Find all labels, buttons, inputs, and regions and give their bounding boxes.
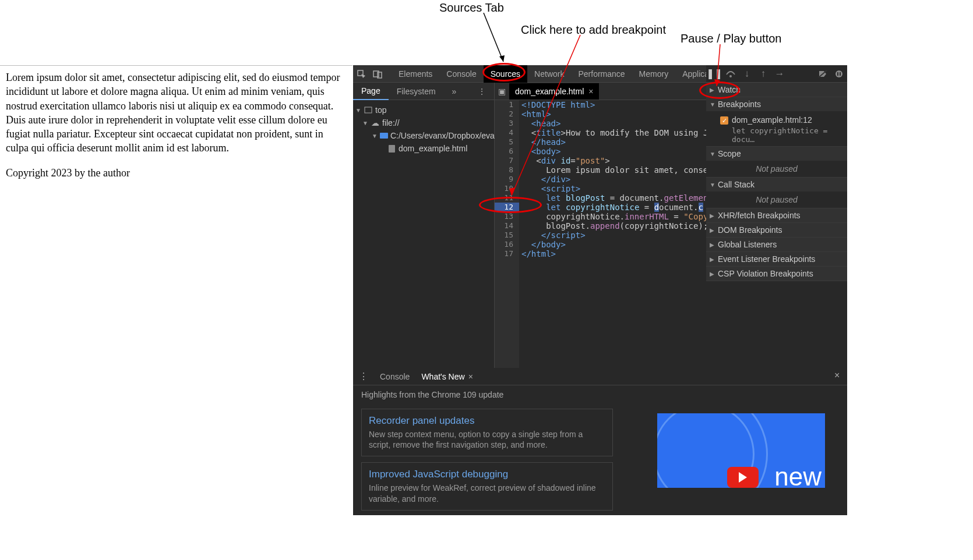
breakpoint-item[interactable]: ✓ dom_example.html:12	[720, 114, 841, 126]
xhr-section[interactable]: ▶XHR/fetch Breakpoints	[706, 208, 847, 223]
annotation-pause-play: Pause / Play button	[681, 32, 781, 45]
breakpoint-checkbox[interactable]: ✓	[720, 116, 728, 125]
step-icon[interactable]: →	[774, 68, 785, 80]
svg-marker-1	[499, 55, 505, 62]
tab-console[interactable]: Console	[439, 65, 483, 83]
csp-bp-label: CSP Violation Breakpoints	[718, 269, 813, 278]
gutter-line-13[interactable]: 13	[495, 212, 513, 221]
step-out-icon[interactable]: ↑	[757, 68, 769, 80]
nav-tabs-overflow[interactable]: »	[444, 83, 465, 100]
callstack-section[interactable]: ▼Call Stack Not paused	[706, 178, 847, 208]
drawer-tab-console[interactable]: Console	[380, 372, 410, 381]
device-toolbar-icon[interactable]	[369, 66, 386, 82]
scope-section[interactable]: ▼Scope Not paused	[706, 147, 847, 178]
tab-elements[interactable]: Elements	[392, 65, 439, 83]
svg-rect-9	[365, 107, 372, 113]
card2-title: Improved JavaScript debugging	[369, 469, 605, 480]
csp-bp-section[interactable]: ▶CSP Violation Breakpoints	[706, 267, 847, 281]
drawer-close-icon[interactable]: ×	[834, 370, 840, 381]
copyright-text: Copyright 2023 by the author	[6, 166, 347, 180]
nav-tab-page[interactable]: Page	[353, 83, 389, 100]
breakpoints-section[interactable]: ▼Breakpoints ✓ dom_example.html:12 let c…	[706, 97, 847, 147]
whatsnew-card-1[interactable]: Recorder panel updates New step context …	[361, 409, 613, 456]
breakpoint-code-preview: let copyrightNotice = docu…	[720, 126, 841, 144]
svg-rect-13	[837, 72, 838, 76]
close-tab-icon[interactable]: ×	[588, 87, 593, 96]
drawer-tab-whatsnew[interactable]: What's New×	[421, 372, 473, 381]
youtube-play-icon	[727, 467, 759, 488]
whatsnew-card-2[interactable]: Improved JavaScript debugging Inline pre…	[361, 462, 613, 510]
whatsnew-video-thumbnail[interactable]: new	[657, 413, 825, 488]
svg-rect-14	[840, 72, 841, 76]
card2-body: Inline preview for WeakRef, correct prev…	[369, 483, 605, 504]
card1-title: Recorder panel updates	[369, 415, 605, 427]
xhr-label: XHR/fetch Breakpoints	[718, 211, 801, 220]
tree-file-label: file://	[382, 118, 400, 127]
event-listener-bp-label: Event Listener Breakpoints	[718, 254, 815, 264]
tree-top[interactable]: ▼top	[353, 104, 494, 116]
card1-body: New step context menu, option to copy a …	[369, 429, 605, 450]
tree-file[interactable]: dom_example.html	[353, 142, 494, 155]
callstack-label: Call Stack	[718, 180, 755, 189]
svg-line-2	[512, 35, 580, 196]
svg-point-12	[835, 70, 842, 77]
lorem-paragraph: Lorem ipsum dolor sit amet, consectetur …	[6, 70, 347, 155]
inspect-element-icon[interactable]	[353, 66, 369, 82]
global-listeners-label: Global Listeners	[718, 240, 777, 249]
annotation-add-breakpoint: Click here to add breakpoint	[521, 23, 666, 37]
debugger-toolbar: ❚❚ ↓ ↑ →	[706, 65, 847, 83]
svg-marker-5	[714, 79, 720, 86]
file-icon	[389, 145, 395, 153]
breakpoints-label: Breakpoints	[718, 100, 761, 109]
gutter-line-16[interactable]: 16	[495, 240, 513, 249]
step-over-icon[interactable]	[725, 68, 736, 80]
breakpoint-location: dom_example.html:12	[732, 115, 812, 125]
debugger-sidebar: ❚❚ ↓ ↑ → ▶Watch ▼Breakpoints ✓ dom_examp…	[706, 65, 847, 368]
pause-on-exceptions-icon[interactable]	[833, 68, 845, 80]
dom-bp-section[interactable]: ▶DOM Breakpoints	[706, 223, 847, 238]
tree-folder[interactable]: ▼C:/Users/evanx/Dropbox/evans	[353, 129, 494, 142]
drawer-subtitle: Highlights from the Chrome 109 update	[353, 385, 847, 404]
arrow-pause	[713, 44, 725, 91]
scope-label: Scope	[718, 149, 741, 158]
gutter-line-15[interactable]: 15	[495, 231, 513, 240]
tree-top-label: top	[375, 105, 386, 115]
event-listener-bp-section[interactable]: ▶Event Listener Breakpoints	[706, 252, 847, 267]
gutter-line-14[interactable]: 14	[495, 221, 513, 231]
arrow-breakpoint	[507, 35, 583, 204]
svg-line-0	[484, 13, 503, 62]
svg-point-10	[729, 75, 732, 77]
toggle-navigator-icon[interactable]: ▣	[498, 87, 506, 96]
tree-folder-label: C:/Users/evanx/Dropbox/evans	[390, 131, 503, 140]
scope-not-paused: Not paused	[706, 161, 847, 177]
global-listeners-section[interactable]: ▶Global Listeners	[706, 238, 847, 252]
video-text: new	[774, 462, 822, 488]
nav-more-icon[interactable]: ⋮	[470, 83, 494, 100]
annotation-sources-tab: Sources Tab	[439, 1, 504, 15]
tab-memory[interactable]: Memory	[632, 65, 676, 83]
gutter-line-17[interactable]: 17	[495, 249, 513, 258]
dom-bp-label: DOM Breakpoints	[718, 225, 782, 235]
step-into-icon[interactable]: ↓	[741, 68, 753, 80]
drawer-menu-icon[interactable]: ⋮	[359, 371, 368, 382]
folder-icon	[380, 133, 388, 139]
callstack-not-paused: Not paused	[706, 192, 847, 208]
drawer-tab-close-icon[interactable]: ×	[468, 372, 473, 381]
tree-file-name: dom_example.html	[399, 144, 467, 153]
tree-file-scheme[interactable]: ▼☁file://	[353, 116, 494, 129]
cloud-icon: ☁	[371, 119, 380, 127]
rendered-page: Lorem ipsum dolor sit amet, consectetur …	[0, 65, 352, 195]
deactivate-breakpoints-icon[interactable]	[817, 68, 829, 80]
nav-tab-filesystem[interactable]: Filesystem	[389, 83, 444, 100]
